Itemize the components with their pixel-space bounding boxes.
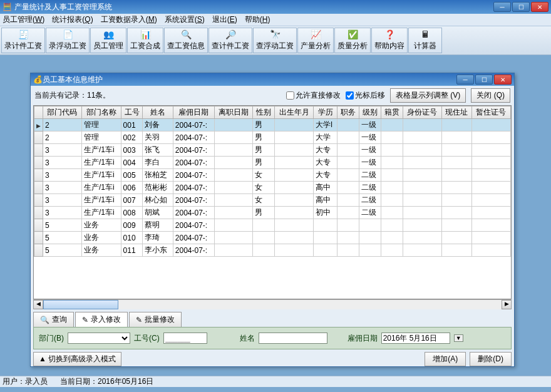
name-label: 姓名	[240, 333, 255, 344]
col-学历[interactable]: 学历	[314, 106, 337, 119]
close-subwin-button[interactable]: 关闭 (Q)	[471, 88, 510, 103]
sub-maximize-button[interactable]: ☐	[475, 75, 493, 85]
menu-统计报表[interactable]: 统计报表(Q)	[52, 14, 93, 25]
toolbar-icon: 🔍	[181, 29, 192, 41]
toolbar-工资合成[interactable]: 📊工资合成	[127, 28, 163, 53]
toolbar-质量分析[interactable]: ✅质量分析	[334, 28, 371, 53]
app-title: 产量统计及人事工资管理系统	[14, 2, 493, 13]
scroll-right-icon[interactable]: ▶	[502, 300, 512, 309]
no-label: 工号(C)	[134, 333, 160, 344]
col-姓名[interactable]: 姓名	[143, 106, 173, 119]
row-header[interactable]	[34, 169, 43, 182]
dropdown-icon[interactable]: ▼	[454, 334, 463, 342]
row-header[interactable]	[34, 157, 43, 169]
add-button[interactable]: 增加(A)	[425, 352, 466, 366]
maximize-button[interactable]: ☐	[512, 2, 530, 12]
menu-员工管理[interactable]: 员工管理(W)	[3, 14, 44, 25]
toolbar-查工资信息[interactable]: 🔍查工资信息	[164, 28, 208, 53]
col-性别[interactable]: 性别	[253, 106, 275, 119]
col-籍贯[interactable]: 籍贯	[381, 106, 403, 119]
sub-titlebar: 💰 员工基本信息维护 ─ ☐ ✕	[31, 73, 514, 86]
hire-date-label: 雇佣日期	[348, 333, 378, 344]
minimize-button[interactable]: ─	[493, 2, 511, 12]
col-部门名称[interactable]: 部门名称	[81, 106, 121, 119]
row-header[interactable]	[34, 194, 43, 207]
toolbar-产量分析[interactable]: 📈产量分析	[297, 28, 334, 53]
chevron-up-icon: ▲	[39, 354, 46, 363]
tab-批量修改[interactable]: ✎批量修改	[129, 312, 182, 327]
scroll-left-icon[interactable]: ◀	[33, 300, 43, 309]
col-暂住证号[interactable]: 暂住证号	[471, 106, 510, 119]
row-header[interactable]	[34, 244, 43, 257]
table-row[interactable]: 3生产/1车i008胡斌2004-07-:男初中二级	[34, 207, 511, 219]
toolbar-icon: 🖩	[421, 29, 430, 41]
col-身份证号[interactable]: 身份证号	[403, 106, 441, 119]
allow-direct-edit-checkbox[interactable]: 允许直接修改	[286, 90, 341, 101]
hire-date-picker[interactable]	[381, 333, 450, 344]
row-header[interactable]	[34, 119, 43, 132]
close-button[interactable]: ✕	[531, 2, 548, 12]
toolbar-员工管理[interactable]: 👥员工管理	[90, 28, 126, 53]
dept-select[interactable]	[68, 333, 130, 344]
row-header[interactable]	[34, 182, 43, 194]
toolbar-录浮动工资[interactable]: 📄录浮动工资	[46, 28, 90, 53]
table-row[interactable]: 3生产/1车i004李白2004-07-:男大专一级	[34, 157, 511, 169]
row-header[interactable]	[34, 219, 43, 232]
toolbar-帮助内容[interactable]: ❓帮助内容	[371, 28, 408, 53]
table-row[interactable]: 2管理001刘备2004-07-:男大学l一级	[34, 119, 511, 132]
table-row[interactable]: 3生产/1车i005张柏芝2004-07-:女大专二级	[34, 169, 511, 182]
tab-查询[interactable]: 🔍查询	[33, 312, 74, 327]
menu-帮助[interactable]: 帮助(H)	[245, 14, 270, 25]
table-row[interactable]: 5业务009蔡明2004-07-:	[34, 219, 511, 232]
col-部门代码[interactable]: 部门代码	[43, 106, 82, 119]
table-row[interactable]: 2管理002关羽2004-07-:男大学一级	[34, 132, 511, 144]
table-row[interactable]: 3生产/1车i003张飞2004-07-:男大专一级	[34, 144, 511, 157]
delete-button[interactable]: 删除(D)	[470, 352, 512, 366]
col-级别[interactable]: 级别	[359, 106, 381, 119]
scroll-thumb[interactable]	[43, 300, 118, 309]
row-header[interactable]	[34, 132, 43, 144]
cursor-after-checkbox[interactable]: 光标后移	[346, 90, 385, 101]
col-职务[interactable]: 职务	[337, 106, 359, 119]
row-header[interactable]	[34, 207, 43, 219]
no-input[interactable]	[163, 333, 207, 344]
status-date: 当前日期：2016年05月16日	[60, 376, 153, 387]
row-header[interactable]	[34, 232, 43, 244]
col-工号[interactable]: 工号	[121, 106, 143, 119]
table-row[interactable]: 5业务010李琦2004-07-:	[34, 232, 511, 244]
menu-系统设置[interactable]: 系统设置(S)	[165, 14, 205, 25]
toolbar-icon: ❓	[384, 29, 395, 41]
sub-title: 员工基本信息维护	[43, 75, 456, 85]
sub-minimize-button[interactable]: ─	[456, 75, 474, 85]
data-grid[interactable]: 部门代码部门名称工号姓名雇佣日期离职日期性别出生年月学历职务级别籍贯身份证号现住…	[33, 105, 512, 299]
toolbar-录计件工资[interactable]: 🧾录计件工资	[1, 28, 45, 53]
toolbar-icon: 📄	[63, 29, 73, 41]
toolbar-查计件工资[interactable]: 🔎查计件工资	[209, 28, 252, 53]
input-form-panel: 部门(B) 工号(C) 姓名 雇佣日期 ▼	[33, 327, 512, 349]
col-离职日期[interactable]: 离职日期	[214, 106, 253, 119]
horizontal-scrollbar[interactable]: ◀ ▶	[33, 299, 512, 309]
record-count-label: 当前共有记录：11条。	[34, 90, 281, 101]
row-header-corner	[34, 106, 43, 119]
table-row[interactable]: 3生产/1车i007林心如2004-07-:女高中二级	[34, 194, 511, 207]
column-settings-button[interactable]: 表格显示列调整 (V)	[390, 88, 466, 103]
name-input[interactable]	[259, 333, 327, 344]
tab-录入修改[interactable]: ✎录入修改	[75, 312, 128, 327]
col-现住址[interactable]: 现住址	[441, 106, 471, 119]
status-user: 用户：录入员	[3, 376, 48, 387]
menu-工资数据录入[interactable]: 工资数据录入(M)	[101, 14, 157, 25]
menu-退出[interactable]: 退出(E)	[212, 14, 237, 25]
toolbar-icon: ✅	[348, 29, 358, 41]
toolbar-查浮动工资[interactable]: 🔭查浮动工资	[253, 28, 297, 53]
sub-close-button[interactable]: ✕	[494, 75, 512, 85]
col-出生年月[interactable]: 出生年月	[275, 106, 314, 119]
toolbar-计算器[interactable]: 🖩计算器	[408, 28, 442, 53]
row-header[interactable]	[34, 144, 43, 157]
table-row[interactable]: 5业务011李小东2004-07-:	[34, 244, 511, 257]
main-toolbar: 🧾录计件工资📄录浮动工资👥员工管理📊工资合成🔍查工资信息🔎查计件工资🔭查浮动工资…	[0, 26, 551, 55]
workspace: 💰 员工基本信息维护 ─ ☐ ✕ 当前共有记录：11条。 允许直接修改 光标后移…	[0, 55, 551, 387]
toggle-advanced-button[interactable]: ▲ 切换到高级录入模式	[33, 352, 121, 366]
col-雇佣日期[interactable]: 雇佣日期	[173, 106, 214, 119]
mode-tabs: 🔍查询✎录入修改✎批量修改	[33, 312, 512, 327]
table-row[interactable]: 3生产/1车i006范彬彬2004-07-:女高中二级	[34, 182, 511, 194]
